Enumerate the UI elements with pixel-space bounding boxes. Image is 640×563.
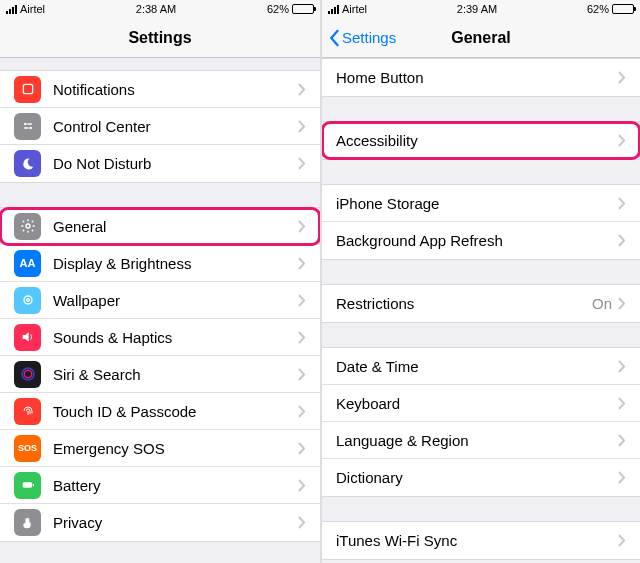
chevron-left-icon — [328, 29, 340, 47]
page-title: General — [451, 29, 511, 47]
clock-label: 2:39 AM — [457, 3, 497, 15]
chevron-right-icon — [298, 220, 306, 233]
row-value: On — [592, 295, 612, 312]
svg-point-6 — [24, 296, 32, 304]
back-button[interactable]: Settings — [328, 18, 396, 57]
row-general[interactable]: General — [0, 208, 320, 245]
chevron-right-icon — [298, 331, 306, 344]
row-battery[interactable]: Battery — [0, 467, 320, 504]
speaker-icon — [14, 324, 41, 351]
row-label: Language & Region — [336, 432, 618, 449]
row-language-region[interactable]: Language & Region — [322, 422, 640, 459]
row-label: Home Button — [336, 69, 618, 86]
row-emergency-sos[interactable]: SOS Emergency SOS — [0, 430, 320, 467]
moon-icon — [14, 150, 41, 177]
row-label: Keyboard — [336, 395, 618, 412]
chevron-right-icon — [298, 157, 306, 170]
row-label: Sounds & Haptics — [53, 329, 298, 346]
nav-bar: Settings General — [322, 18, 640, 58]
wallpaper-icon — [14, 287, 41, 314]
svg-rect-11 — [32, 484, 33, 487]
carrier-label: Airtel — [20, 3, 45, 15]
general-list: Home Button Accessibility iPhone Storage… — [322, 58, 640, 560]
row-keyboard[interactable]: Keyboard — [322, 385, 640, 422]
row-sounds-haptics[interactable]: Sounds & Haptics — [0, 319, 320, 356]
page-title: Settings — [128, 29, 191, 47]
settings-list: Notifications Control Center Do Not Dist… — [0, 58, 320, 542]
svg-rect-2 — [27, 123, 32, 124]
row-label: iPhone Storage — [336, 195, 618, 212]
svg-rect-0 — [23, 84, 32, 93]
row-iphone-storage[interactable]: iPhone Storage — [322, 185, 640, 222]
row-label: Background App Refresh — [336, 232, 618, 249]
row-date-time[interactable]: Date & Time — [322, 348, 640, 385]
chevron-right-icon — [298, 294, 306, 307]
row-label: Wallpaper — [53, 292, 298, 309]
row-label: Siri & Search — [53, 366, 298, 383]
row-label: Control Center — [53, 118, 298, 135]
sos-icon: SOS — [14, 435, 41, 462]
battery-icon — [292, 4, 314, 14]
chevron-right-icon — [298, 257, 306, 270]
signal-icon — [6, 5, 17, 14]
svg-point-7 — [26, 299, 29, 302]
battery-icon — [14, 472, 41, 499]
chevron-right-icon — [618, 197, 626, 210]
screen-settings: Airtel 2:38 AM 62% Settings Notification… — [0, 0, 320, 563]
chevron-right-icon — [298, 120, 306, 133]
row-privacy[interactable]: Privacy — [0, 504, 320, 541]
row-background-app-refresh[interactable]: Background App Refresh — [322, 222, 640, 259]
chevron-right-icon — [298, 516, 306, 529]
chevron-right-icon — [618, 397, 626, 410]
row-home-button[interactable]: Home Button — [322, 59, 640, 96]
clock-label: 2:38 AM — [136, 3, 176, 15]
back-label: Settings — [342, 29, 396, 46]
row-accessibility[interactable]: Accessibility — [322, 122, 640, 159]
row-touch-id-passcode[interactable]: Touch ID & Passcode — [0, 393, 320, 430]
nav-bar: Settings — [0, 18, 320, 58]
chevron-right-icon — [298, 83, 306, 96]
fingerprint-icon — [14, 398, 41, 425]
status-bar: Airtel 2:38 AM 62% — [0, 0, 320, 18]
svg-rect-4 — [24, 127, 29, 128]
row-label: Date & Time — [336, 358, 618, 375]
svg-point-9 — [24, 370, 32, 378]
row-label: Dictionary — [336, 469, 618, 486]
row-display-brightness[interactable]: AA Display & Brightness — [0, 245, 320, 282]
svg-point-3 — [29, 127, 32, 130]
hand-icon — [14, 509, 41, 536]
row-dictionary[interactable]: Dictionary — [322, 459, 640, 496]
battery-icon — [612, 4, 634, 14]
svg-rect-10 — [22, 482, 31, 487]
notifications-icon — [14, 76, 41, 103]
signal-icon — [328, 5, 339, 14]
row-label: Display & Brightness — [53, 255, 298, 272]
row-label: General — [53, 218, 298, 235]
row-label: Do Not Disturb — [53, 155, 298, 172]
chevron-right-icon — [618, 471, 626, 484]
row-restrictions[interactable]: Restrictions On — [322, 285, 640, 322]
chevron-right-icon — [618, 434, 626, 447]
chevron-right-icon — [298, 405, 306, 418]
row-label: iTunes Wi-Fi Sync — [336, 532, 618, 549]
chevron-right-icon — [618, 234, 626, 247]
row-notifications[interactable]: Notifications — [0, 71, 320, 108]
chevron-right-icon — [618, 71, 626, 84]
row-control-center[interactable]: Control Center — [0, 108, 320, 145]
row-label: Touch ID & Passcode — [53, 403, 298, 420]
status-bar: Airtel 2:39 AM 62% — [322, 0, 640, 18]
row-label: Accessibility — [336, 132, 618, 149]
battery-percent: 62% — [587, 3, 609, 15]
row-itunes-wifi-sync[interactable]: iTunes Wi-Fi Sync — [322, 522, 640, 559]
text-size-icon: AA — [14, 250, 41, 277]
chevron-right-icon — [298, 479, 306, 492]
control-center-icon — [14, 113, 41, 140]
row-do-not-disturb[interactable]: Do Not Disturb — [0, 145, 320, 182]
chevron-right-icon — [618, 534, 626, 547]
row-siri-search[interactable]: Siri & Search — [0, 356, 320, 393]
row-wallpaper[interactable]: Wallpaper — [0, 282, 320, 319]
row-label: Restrictions — [336, 295, 592, 312]
svg-point-1 — [24, 123, 27, 126]
row-label: Privacy — [53, 514, 298, 531]
row-label: Battery — [53, 477, 298, 494]
